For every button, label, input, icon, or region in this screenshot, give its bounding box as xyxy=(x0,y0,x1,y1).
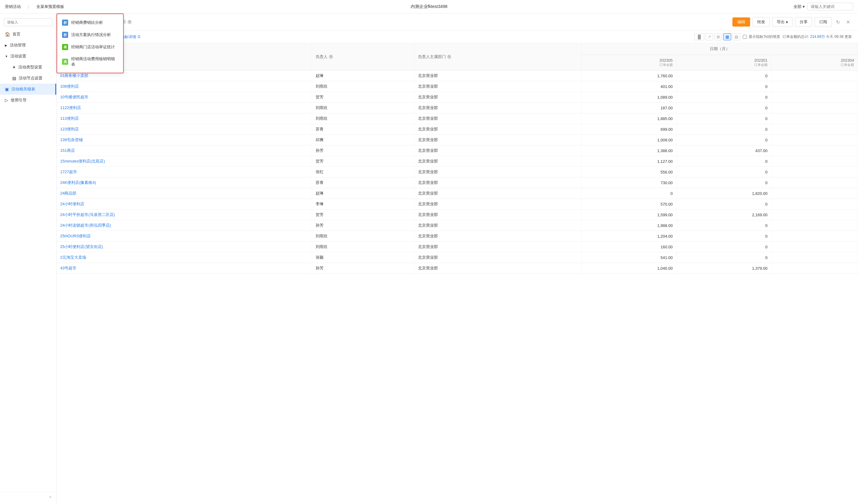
cell-customer-name[interactable]: 43号超市 xyxy=(57,263,312,274)
cell-amt-202305: 1,388.00 xyxy=(582,145,677,156)
cell-customer-name[interactable]: 10号楼便民超市 xyxy=(57,92,312,103)
cell-amt-202304 xyxy=(771,124,858,135)
cell-dept: 北京营业部 xyxy=(414,220,582,231)
cell-dept: 北京营业部 xyxy=(414,145,582,156)
sidebar-group-activity-manage-header[interactable]: ▶ 活动管理 xyxy=(0,40,56,51)
chart-scatter-button[interactable]: ⊞ xyxy=(714,33,722,40)
share-button[interactable]: 分享 xyxy=(795,17,812,27)
cell-customer-name[interactable]: 113便利店 xyxy=(57,113,312,124)
cell-amt-202305: 556.00 xyxy=(582,167,677,177)
cell-customer-name[interactable]: 151商店 xyxy=(57,145,312,156)
forward-button[interactable]: 转发 xyxy=(752,17,770,27)
cell-customer-name[interactable]: 24小时便利店 xyxy=(57,199,312,210)
table-row: 108便利店 刘雨欣 北京营业部 401.00 0 xyxy=(57,81,858,92)
cell-customer-name[interactable]: 15minutes便利店(北苑店) xyxy=(57,156,312,167)
cell-customer-name[interactable]: 24K便利店(像素南4) xyxy=(57,177,312,188)
cell-customer-name[interactable]: 139屯杂货铺 xyxy=(57,135,312,145)
chevron-down-icon: ▾ xyxy=(786,20,788,25)
cell-amt-202301: 0 xyxy=(677,81,771,92)
sidebar-group-activity-settings: ▼ 活动设置 ✦ 活动类型设置 ▤ 活动节点设置 xyxy=(0,51,56,84)
nav-item-template[interactable]: 全菜单预置模板 xyxy=(36,4,64,10)
export-button[interactable]: 导出 ▾ xyxy=(772,17,793,27)
summary-time: 今天 09:38 更新 xyxy=(826,34,852,39)
cell-amt-202305: 160.00 xyxy=(582,242,677,252)
cell-amt-202305: 1,127.00 xyxy=(582,156,677,167)
cell-customer-name[interactable]: 24小时平价超市(马泉营二区店) xyxy=(57,210,312,220)
show-zero-checkbox[interactable] xyxy=(743,35,747,39)
chevron-right-icon: ▶ xyxy=(5,44,7,47)
nav-item-marketing[interactable]: 营销活动 xyxy=(5,4,21,10)
global-search-input[interactable] xyxy=(807,3,853,11)
cell-person: 刘雨欣 xyxy=(312,81,414,92)
cell-person: 张红 xyxy=(312,167,414,177)
chart-line-button[interactable]: ↗ xyxy=(705,33,713,40)
dropdown-item-dealer-sales[interactable]: 析 经销商费销比分析 xyxy=(57,16,123,29)
cell-person: 赵琳 xyxy=(312,70,414,81)
dropdown-item-activity-plan[interactable]: 析 活动方案执行情况分析 xyxy=(57,29,123,41)
sidebar-group-activity-settings-header[interactable]: ▼ 活动设置 xyxy=(0,51,56,62)
sidebar-item-home[interactable]: 🏠 首页 xyxy=(0,29,56,40)
guide-icon: ▷ xyxy=(5,98,8,103)
cell-customer-name[interactable]: 24小时连锁超市(和泓四季店) xyxy=(57,220,312,231)
cell-person: 张颖 xyxy=(312,252,414,263)
relation-help-icon[interactable]: ? xyxy=(127,20,132,24)
cell-customer-name[interactable]: 2元淘宝大卖场 xyxy=(57,252,312,263)
cell-amt-202301: 2,169.00 xyxy=(677,210,771,220)
cell-amt-202304 xyxy=(771,145,858,156)
edit-button[interactable]: 编辑 xyxy=(732,17,750,27)
sidebar-item-activity-node[interactable]: ▤ 活动节点设置 xyxy=(7,73,56,84)
dept-help-icon[interactable]: ? xyxy=(447,55,451,59)
table-row: 1122便利店 刘雨欣 北京营业部 187.00 0 xyxy=(57,103,858,113)
subscribe-button[interactable]: 订阅 xyxy=(815,17,832,27)
close-button[interactable]: ✕ xyxy=(844,17,852,27)
th-date-month-group: 日期（月） xyxy=(582,43,858,55)
dropdown-icon-dealer-expense: 表 xyxy=(62,59,68,65)
sidebar-item-usage-guide[interactable]: ▷ 使用引导 xyxy=(0,95,56,106)
th-202305: 202305 订单金额 xyxy=(582,55,677,70)
cell-person: 孙芳 xyxy=(312,220,414,231)
table-row: 24小时平价超市(马泉营二区店) 贺芳 北京营业部 1,599.00 2,169… xyxy=(57,210,858,220)
cell-amt-202305: 401.00 xyxy=(582,81,677,92)
cell-amt-202304 xyxy=(771,113,858,124)
table-row: 113便利店 刘雨欣 北京营业部 1,885.00 0 xyxy=(57,113,858,124)
cell-customer-name[interactable]: 25HOURS便利店 xyxy=(57,231,312,242)
show-zero-label: 显示指标为0的维度 xyxy=(749,34,780,39)
chart-pivot-button[interactable]: ▤ xyxy=(732,33,740,40)
sidebar-search-input[interactable] xyxy=(4,18,52,26)
chart-bar-button[interactable]: ▐▌ xyxy=(694,33,704,40)
show-zero-toggle[interactable]: 显示指标为0的维度 xyxy=(743,34,780,39)
dropdown-icon-dealer-store: 表 xyxy=(62,44,68,50)
refresh-button[interactable]: ↻ xyxy=(834,17,842,27)
responsible-help-icon[interactable]: ? xyxy=(329,55,333,59)
sidebar-item-home-label: 首页 xyxy=(13,31,20,37)
sidebar-group-activity-settings-label: 活动设置 xyxy=(11,53,26,59)
sidebar-item-activity-report[interactable]: ▣ 活动相关报表 xyxy=(0,84,56,95)
sidebar-item-activity-type[interactable]: ✦ 活动类型设置 xyxy=(7,62,56,73)
cell-amt-202301: 0 xyxy=(677,231,771,242)
cell-customer-name[interactable]: 108便利店 xyxy=(57,81,312,92)
chart-table-button[interactable]: ▦ xyxy=(723,33,731,40)
cell-amt-202304 xyxy=(771,167,858,177)
content-area: 经销商费销比分析 对象关系 ? 编辑 转发 导出 ▾ 分享 订阅 ↻ ✕ 场景 xyxy=(57,13,858,504)
cell-customer-name[interactable]: 25小时便利店(望京街店) xyxy=(57,242,312,252)
cell-amt-202304 xyxy=(771,92,858,103)
scope-button[interactable]: 全部 ▾ xyxy=(794,4,805,10)
table-row: 10号楼便民超市 贺芳 北京营业部 1,089.00 0 xyxy=(57,92,858,103)
dropdown-item-dealer-store[interactable]: 表 经销商门店活动举证统计 xyxy=(57,41,123,53)
dropdown-item-dealer-expense[interactable]: 表 经销商活动费用核销明细表 xyxy=(57,53,123,70)
cell-amt-202304 xyxy=(771,188,858,199)
cell-amt-202301: 0 xyxy=(677,103,771,113)
cell-amt-202304 xyxy=(771,156,858,167)
cell-customer-name[interactable]: 123便利店 xyxy=(57,124,312,135)
cell-amt-202305: 1,040.00 xyxy=(582,263,677,274)
cell-amt-202301: 0 xyxy=(677,124,771,135)
cell-customer-name[interactable]: 24商品部 xyxy=(57,188,312,199)
table-row: 24小时便利店 李琳 北京营业部 570.00 0 xyxy=(57,199,858,210)
sidebar-collapse-button[interactable]: « xyxy=(0,492,56,502)
cell-amt-202304 xyxy=(771,177,858,188)
table-row: 1727超市 张红 北京营业部 556.00 0 xyxy=(57,167,858,177)
cell-customer-name[interactable]: 1122便利店 xyxy=(57,103,312,113)
cell-customer-name[interactable]: 1727超市 xyxy=(57,167,312,177)
cell-amt-202301: 1,379.00 xyxy=(677,263,771,274)
table-row: 25HOURS便利店 刘雨欣 北京营业部 1,204.00 0 xyxy=(57,231,858,242)
